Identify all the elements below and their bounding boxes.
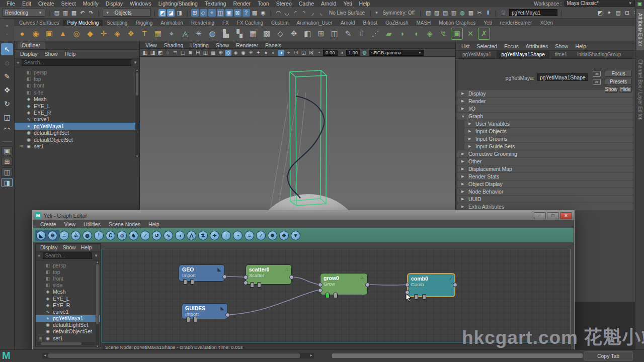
viewport-menu[interactable]: Shading [160,42,187,48]
shelf-tab[interactable]: Poly Modeling [63,20,103,26]
outliner-item[interactable]: ◉ defaultObjectSet [15,136,139,143]
construction-history-icon[interactable]: ◜ [292,9,299,17]
yeti-node-tool-icon[interactable]: ◍ [83,231,92,240]
output-port[interactable] [222,275,227,279]
menu-item[interactable]: Stereo [273,1,295,7]
input-port[interactable] [405,283,410,287]
expander[interactable]: ⊞ [19,144,24,148]
shelf-tool-icon[interactable]: ⌷ [356,28,368,40]
shelf-tool-icon[interactable]: ▣ [43,28,55,40]
graph-outliner-item[interactable]: ◈ Mesh [36,289,100,295]
outliner-item[interactable]: ⊞ ◉ set1 [15,143,139,149]
shelf-tab[interactable]: Sculpting [103,20,131,26]
viewport-toolbar-icon[interactable]: ◧ [142,50,148,56]
viewport-toolbar-icon[interactable]: ⊠ [308,50,314,56]
shelf-tool-icon[interactable]: ▦ [247,28,259,40]
graph-outliner-hscrollbar[interactable] [37,342,95,345]
yeti-node-tool-icon[interactable]: ✥ [279,231,289,240]
graph-outliner-item[interactable]: ● pgYetiMaya1 [36,315,100,322]
shelf-tool-icon[interactable]: ◍ [206,28,218,40]
outliner-menu[interactable]: Help [61,50,79,57]
menu-item[interactable]: Help [356,1,374,7]
shelf-tab[interactable]: Motion Graphics [435,20,479,26]
construction-history-icon[interactable]: ◡ [283,9,291,17]
yeti-node-tool-icon[interactable]: ♞ [129,231,138,240]
focus-button[interactable]: Focus [605,70,632,77]
node-scatter0[interactable]: scatter0 Scatter ∴ [246,264,292,285]
attribute-section-header[interactable]: ▶ Input Objects [464,128,633,135]
menu-item[interactable]: Cache [295,1,317,7]
yeti-node-tool-icon[interactable]: ▼ [291,231,300,240]
attribute-editor-menu[interactable]: Attributes [522,43,551,50]
sidebar-toggle-icon[interactable]: ⊡ [623,9,631,17]
yeti-node-tool-icon[interactable]: ∿ [164,231,173,240]
shelf-tool-icon[interactable]: ✳ [193,28,205,40]
menu-item[interactable]: Arnold [317,1,340,7]
attribute-section-header[interactable]: ▼ Graph [457,113,633,120]
yeti-node-tool-icon[interactable]: ⋀ [187,231,196,240]
attribute-section-header[interactable]: ▶ Other [457,158,633,165]
outliner-menu[interactable]: Show [41,50,61,57]
shelf-tool-icon[interactable]: ✕ [464,28,476,40]
workspace-select[interactable]: Maya Classic* ▼ [565,1,635,7]
shelf-tool-icon[interactable]: ✥ [288,28,300,40]
shelf-tool-icon[interactable]: ◬ [179,28,191,40]
render-icon[interactable]: ◍ [459,9,466,17]
shelf-tab[interactable]: MASH [412,20,435,26]
select-mode-icon[interactable]: ◨ [176,9,183,17]
menu-item[interactable]: Create [35,1,58,7]
yeti-node-tool-icon[interactable]: ! [94,231,104,240]
shelf-tool-icon[interactable]: ◖ [410,28,422,40]
outliner-search-input[interactable] [22,59,131,66]
window-titlebar[interactable]: M Yeti - Graph Editor – □ ✕ [33,211,574,220]
menu-item[interactable]: File [3,1,19,7]
attribute-section-header[interactable]: ▶ Render [457,98,633,105]
colorspace-select[interactable]: sRGB gamma ▼ [369,50,424,56]
menu-item[interactable]: Display [102,1,126,7]
colorspace-icon[interactable]: ◍ [361,50,368,55]
graph-outliner-search-input[interactable] [43,252,92,259]
attribute-section-header[interactable]: ▶ Render Stats [457,173,633,180]
shelf-tool-icon[interactable]: ▣ [451,28,463,40]
shelf-tool-icon[interactable]: ◈ [424,28,436,40]
viewport-toolbar-icon[interactable]: ▦ [210,50,216,56]
render-icon[interactable]: ▤ [442,9,449,17]
output-port[interactable] [225,313,230,317]
output-port[interactable] [289,275,294,280]
yeti-node-tool-icon[interactable]: ↺ [152,231,162,240]
viewport-toolbar-icon[interactable]: ⊞ [195,50,201,56]
viewport-toolbar-icon[interactable]: ◇ [225,50,231,56]
file-op-icon[interactable]: ↷ [87,9,95,17]
attribute-section-header[interactable]: ▶ Extra Attributes [457,203,633,210]
symmetry-label[interactable]: Symmetry: Off [380,10,417,16]
shelf-tool-icon[interactable]: ◇ [274,28,286,40]
yeti-node-tool-icon[interactable]: ✈ [210,231,219,240]
shelf-tab[interactable]: Arnold [337,20,359,26]
shelf-tool-icon[interactable]: ⋰ [369,28,381,40]
shelf-tool-icon[interactable]: ◉ [30,28,42,40]
node-geo[interactable]: GEO Import ◣ [179,264,225,282]
graph-outliner-item[interactable]: ◉ defaultObjectSet [36,328,100,335]
attribute-editor-menu[interactable]: Focus [501,43,522,50]
render-icon[interactable]: ✂ [476,9,484,17]
layout-shortcut[interactable]: ◫ [2,167,13,176]
shelf-tool-icon[interactable]: ● [16,28,28,40]
menu-item[interactable]: Modify [79,1,102,7]
construction-history-icon[interactable]: ◟ [317,9,325,17]
shelf-tool-icon[interactable]: ✎ [342,28,354,40]
attribute-section-header[interactable]: ▶ Corrective Grooming [457,150,633,157]
shelf-tool-icon[interactable]: ◈ [111,28,123,40]
node-name-field[interactable]: pgYetiMaya1Shape [537,73,588,81]
shelf-tab[interactable]: XGen [536,20,557,26]
snap-icon[interactable]: ⌖ [208,9,216,17]
select-mode-icon[interactable]: ◪ [167,9,175,17]
viewport-menu[interactable]: View [142,42,160,48]
viewport-toolbar-icon[interactable]: ● [263,50,269,56]
attr-port[interactable] [193,317,197,322]
snap-icon[interactable]: ◉ [260,9,267,17]
shelf-tool-icon[interactable]: ❖ [125,28,137,40]
viewport-toolbar-icon[interactable]: ◨ [149,50,156,56]
viewport-toolbar-icon[interactable]: ◐ [270,50,277,56]
shelf-tool-icon[interactable]: ◗ [396,28,409,40]
shelf-tab[interactable]: Rigging [131,20,156,26]
